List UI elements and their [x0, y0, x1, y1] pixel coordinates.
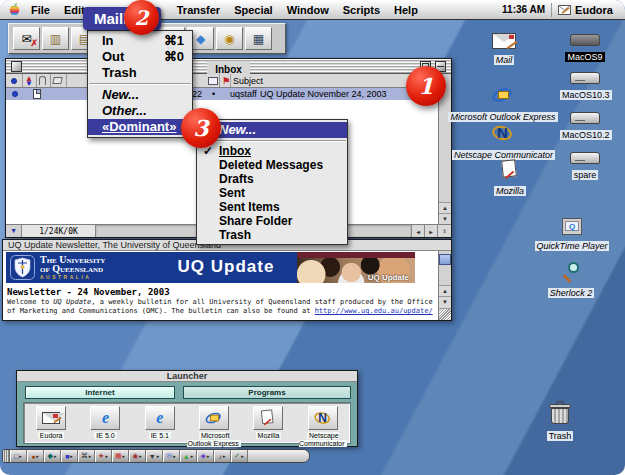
submenu-item-inbox[interactable]: ✓Inbox [197, 144, 347, 158]
menu-item-new[interactable]: New... [88, 87, 192, 103]
control-strip-module[interactable]: ■▸ [61, 450, 78, 462]
netscape-icon: N [313, 409, 332, 427]
desktop-icon-trash[interactable]: Trash [540, 402, 580, 443]
submenu-item-deleted-messages[interactable]: Deleted Messages [197, 158, 347, 172]
desktop-icon-spare[interactable]: spare [562, 152, 608, 182]
message-window: UQ Update Newsletter, The University of … [2, 239, 452, 321]
menu-item-out[interactable]: Out⌘0 [88, 49, 192, 65]
directory-button[interactable]: ▦ [245, 27, 272, 50]
control-strip-module[interactable]: ▲▸ [180, 450, 197, 462]
scroll-down-arrow[interactable]: ▼ [439, 296, 451, 307]
grow-box[interactable]: ⇕ [437, 225, 451, 237]
sherlock-icon [561, 262, 581, 282]
control-strip-module[interactable]: ▼▸ [146, 450, 163, 462]
resize-grip[interactable] [439, 308, 451, 320]
desktop-icon-netscape[interactable]: N Netscape Communicator [452, 122, 554, 162]
desktop-icon-quicktime[interactable]: Q QuickTime Player [530, 218, 614, 253]
control-strip-module[interactable]: ▦▸ [112, 450, 129, 462]
scroll-down-arrow[interactable]: ▼ [439, 213, 451, 224]
delete-x-icon: ✗ [30, 38, 38, 48]
control-strip-handle[interactable] [3, 450, 10, 462]
desktop-icon-macos103[interactable]: MacOS10.3 [560, 72, 610, 102]
tab-programs[interactable]: Programs [183, 386, 351, 399]
control-strip-module[interactable]: ●▸ [27, 450, 44, 462]
submenu-item-drafts[interactable]: Drafts [197, 172, 347, 186]
submenu-item-sent[interactable]: Sent [197, 186, 347, 200]
control-strip[interactable]: □▸ ●▸ ◆▸ ■▸ ⌘▸ ★▸ ▦▸ ◉▸ ▼▸ ✉▸ ▲▸ ◈▸ ♪▸ ✓… [2, 449, 310, 463]
launcher-window: Launcher Internet Programs Eudora e IE 5… [16, 370, 358, 447]
menu-scripts[interactable]: Scripts [336, 0, 387, 20]
menu-item-other[interactable]: Other... [88, 103, 192, 119]
launcher-item-ie51[interactable]: e IE 5.1 [133, 406, 187, 440]
server-status-column-icon[interactable] [208, 77, 218, 85]
apple-menu-icon[interactable] [9, 3, 20, 16]
launcher-item-ie50[interactable]: e IE 5.0 [78, 406, 132, 440]
launcher-item-mozilla[interactable]: Mozilla [241, 406, 295, 440]
launcher-item-outlook[interactable]: Microsoft Outlook Express [187, 406, 241, 447]
mailbox-popup-button[interactable]: ▼ [6, 225, 22, 237]
scroll-right-arrow[interactable]: ▶ [424, 225, 437, 237]
status-column-icon[interactable] [11, 78, 17, 84]
subject-column-header[interactable]: Subject [233, 74, 263, 88]
control-strip-module[interactable]: ◉▸ [129, 450, 146, 462]
desktop-icon-mail[interactable]: Mail [482, 33, 526, 67]
menu-window[interactable]: Window [280, 0, 336, 20]
callout-badge-2: 2 [124, 0, 159, 35]
scrollbar-thumb[interactable] [439, 254, 451, 265]
control-strip-module[interactable]: ✓▸ [231, 450, 248, 462]
control-strip-module[interactable]: ✉▸ [163, 450, 180, 462]
server-status: • [212, 88, 215, 100]
outlook-express-icon [205, 409, 224, 427]
menu-transfer[interactable]: Transfer [170, 0, 227, 20]
application-menu[interactable]: Eudora [575, 4, 625, 16]
launcher-title[interactable]: Launcher [17, 371, 357, 382]
unread-status-icon [12, 91, 18, 97]
menu-item-trash[interactable]: Trash [88, 65, 192, 81]
application-menu-icon [558, 5, 571, 15]
inbox-titlebar[interactable]: Inbox [6, 59, 451, 74]
submenu-item-trash[interactable]: Trash [197, 228, 347, 242]
control-strip-module[interactable]: ◆▸ [44, 450, 61, 462]
desktop-icon-sherlock[interactable]: Sherlock 2 [542, 262, 600, 300]
desktop-icon-mozilla[interactable]: Mozilla [488, 160, 532, 198]
label-column-icon[interactable] [52, 77, 62, 84]
eudora-icon [42, 412, 60, 424]
menu-help[interactable]: Help [387, 0, 425, 20]
menu-file[interactable]: File [24, 0, 57, 20]
tab-internet[interactable]: Internet [25, 386, 175, 399]
launcher-item-netscape[interactable]: N Netscape Communicator [296, 406, 350, 447]
banner-caption: UQ Update [368, 273, 409, 282]
menu-item-dominant[interactable]: «Dominant» [88, 119, 192, 135]
address-book-button[interactable]: ◉ [216, 27, 243, 50]
desktop-icon-macos102[interactable]: MacOS10.2 [560, 112, 610, 142]
message-vertical-scrollbar[interactable]: ▲ ▼ [438, 251, 451, 320]
desktop-icon-outlook-express[interactable]: Microsoft Outlook Express [447, 84, 559, 124]
launcher-item-eudora[interactable]: Eudora [24, 406, 78, 440]
in-mailbox-button[interactable]: ▥ [42, 27, 69, 50]
control-strip-module[interactable]: ◈▸ [197, 450, 214, 462]
message-size: 22 [192, 88, 202, 100]
netscape-icon: N [491, 122, 515, 144]
submenu-item-share-folder[interactable]: Share Folder [197, 214, 347, 228]
control-strip-module[interactable]: ♪▸ [214, 450, 231, 462]
priority-column-icon[interactable]: ▲▼ [25, 76, 33, 86]
control-strip-module[interactable]: ★▸ [95, 450, 112, 462]
menu-item-in[interactable]: In⌘1 [88, 33, 192, 49]
control-strip-module[interactable]: □▸ [10, 450, 27, 462]
control-strip-module[interactable]: ⌘▸ [78, 450, 95, 462]
message-sender: uqstaff [230, 88, 257, 100]
flag-column-icon[interactable]: ⚑ [222, 76, 230, 86]
attachment-column-icon[interactable] [39, 76, 46, 85]
delete-mail-button[interactable]: ✉✗ [13, 27, 40, 50]
submenu-item-sent-items[interactable]: Sent Items [197, 200, 347, 214]
menubar-clock[interactable]: 11:36 AM [502, 4, 545, 15]
scroll-up-arrow[interactable]: ▲ [439, 285, 451, 296]
newsletter-link[interactable]: http://www.uq.edu.au/update/ [315, 307, 433, 315]
desktop-icon-macos9[interactable]: MacOS9 [560, 34, 610, 64]
close-box[interactable] [11, 61, 22, 72]
scroll-left-arrow[interactable]: ◀ [411, 225, 424, 237]
outlook-express-icon [491, 84, 515, 106]
message-row[interactable]: 22 • uqstaff UQ Update November 24, 2003 [6, 88, 438, 100]
menu-special[interactable]: Special [227, 0, 280, 20]
scroll-up-arrow[interactable]: ▲ [439, 202, 451, 213]
